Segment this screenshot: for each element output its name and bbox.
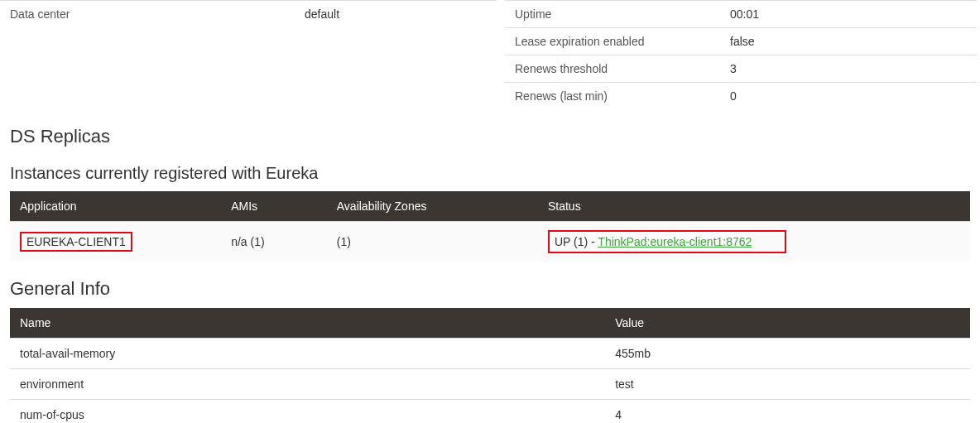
- table-row: environment test: [10, 369, 970, 400]
- renews-lastmin-value: 0: [720, 83, 977, 110]
- lease-expiration-value: false: [720, 28, 977, 55]
- table-row: total-avail-memory 455mb: [10, 339, 970, 369]
- table-row: Renews threshold 3: [505, 55, 977, 83]
- th-status: Status: [538, 191, 970, 222]
- renews-threshold-value: 3: [720, 55, 977, 83]
- renews-lastmin-label: Renews (last min): [505, 83, 720, 110]
- instances-heading: Instances currently registered with Eure…: [10, 164, 980, 183]
- uptime-label: Uptime: [505, 1, 720, 28]
- th-amis: AMIs: [221, 191, 327, 222]
- th-application: Application: [10, 191, 221, 222]
- general-info-heading: General Info: [10, 278, 980, 300]
- gi-name: environment: [10, 369, 605, 400]
- table-row: Renews (last min) 0: [505, 83, 977, 110]
- th-name: Name: [10, 308, 605, 339]
- gi-value: test: [605, 369, 970, 400]
- gi-value: 4: [605, 400, 970, 424]
- table-row: num-of-cpus 4: [10, 400, 970, 424]
- th-value: Value: [605, 308, 970, 339]
- table-row: Data center default: [0, 1, 497, 110]
- gi-value: 455mb: [605, 339, 970, 369]
- ds-replicas-heading: DS Replicas: [10, 126, 980, 147]
- status-highlight: UP (1) - ThinkPad:eureka-client1:8762: [548, 230, 786, 253]
- data-center-label: Data center: [0, 1, 295, 110]
- uptime-value: 00:01: [720, 1, 977, 28]
- general-info-table: Name Value total-avail-memory 455mb envi…: [10, 308, 970, 423]
- cell-amis: n/a (1): [221, 222, 327, 262]
- table-row: Lease expiration enabled false: [505, 28, 977, 55]
- cell-application: EUREKA-CLIENT1: [10, 222, 221, 262]
- cell-zones: (1): [327, 222, 538, 262]
- table-row: Uptime 00:01: [505, 1, 977, 28]
- cell-status: UP (1) - ThinkPad:eureka-client1:8762: [538, 222, 970, 262]
- system-status-right-table: Uptime 00:01 Lease expiration enabled fa…: [505, 0, 977, 109]
- application-name-highlight: EUREKA-CLIENT1: [20, 232, 132, 252]
- instance-link[interactable]: ThinkPad:eureka-client1:8762: [598, 235, 752, 248]
- th-zones: Availability Zones: [327, 191, 538, 222]
- renews-threshold-label: Renews threshold: [505, 55, 720, 83]
- gi-name: total-avail-memory: [10, 339, 605, 369]
- system-status-left-table: Data center default: [0, 0, 497, 109]
- table-row: EUREKA-CLIENT1 n/a (1) (1) UP (1) - Thin…: [10, 222, 970, 262]
- gi-name: num-of-cpus: [10, 400, 605, 424]
- instances-table: Application AMIs Availability Zones Stat…: [10, 191, 970, 262]
- data-center-value: default: [295, 1, 497, 110]
- lease-expiration-label: Lease expiration enabled: [505, 28, 720, 55]
- status-prefix: UP (1) -: [555, 235, 598, 248]
